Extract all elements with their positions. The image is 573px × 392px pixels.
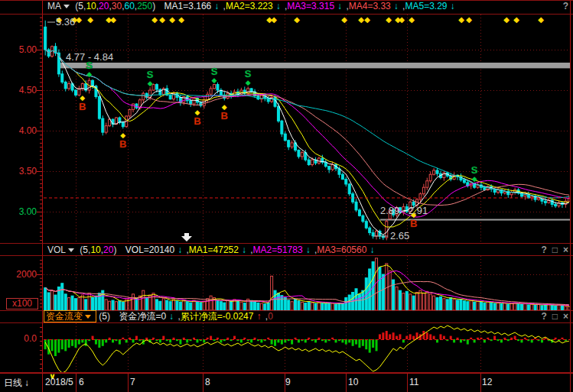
sell-signal-label: S: [471, 164, 478, 176]
dropdown-caret-icon: [63, 5, 70, 8]
event-diamond-icon: ◆: [538, 15, 544, 24]
event-diamond-icon: ◆: [409, 15, 415, 24]
sell-diamond-icon: ◆: [246, 79, 251, 86]
stock-chart-app: ◆B◆B◆B◆B◆BS◆S◆S◆S◆S◆◆◆◆◆◆◆◆◆◆◆◆◆◆◆◆◆◆◆◆◆…: [0, 0, 573, 392]
price-annotation: 2.65: [390, 230, 409, 241]
ma-indicator-dropdown[interactable]: MA: [47, 1, 73, 11]
sell-signal-label: S: [147, 69, 154, 80]
event-diamond-icon: ◆: [503, 15, 510, 24]
vol-params: (5,10,20): [80, 245, 116, 255]
month-label: 9: [285, 377, 291, 387]
main-indicator-header: MA (5,10,20,30,60,250) MA1=3.166↓ ,MA2=3…: [0, 1, 573, 12]
sell-diamond-icon: ◆: [86, 70, 92, 78]
moneyflow-window-buttons: ?□×: [536, 311, 568, 322]
candlesticks: [44, 21, 571, 241]
event-diamond-icon: ◆: [294, 15, 300, 24]
moneyflow-values: 资金净流=0↓ ,累计净流=-0.0247↑ ,0: [119, 311, 272, 322]
sell-diamond-icon: ◆: [472, 175, 477, 183]
scroll-position-icon: [181, 233, 192, 241]
event-diamond-icon: ◆: [169, 15, 175, 24]
sell-diamond-icon: ◆: [148, 79, 153, 87]
buy-signal-label: B: [119, 138, 126, 150]
sell-diamond-icon: ◆: [212, 76, 217, 84]
event-diamond-icon: ◆: [87, 15, 93, 24]
gap-zones: [60, 63, 571, 221]
price-label: 4.00: [6, 125, 37, 136]
event-diamond-icon: ◆: [271, 15, 277, 24]
help-button[interactable]: ?: [541, 311, 546, 322]
event-diamond-icon: ◆: [178, 15, 184, 24]
month-separator: [407, 374, 408, 392]
event-markers[interactable]: ◆◆◆◆◆◆◆◆◆◆◆◆◆◆◆◆◆◆◆◆◆◆◆◆◆: [56, 15, 544, 24]
month-separator: [346, 374, 347, 392]
close-button[interactable]: ×: [563, 311, 568, 322]
month-label: 12: [482, 377, 492, 387]
price-label: 4.50: [6, 85, 37, 96]
month-separator: [42, 374, 43, 392]
month-label: 10: [348, 377, 358, 387]
month-label: 2018/5: [45, 377, 73, 387]
vol-ma-line-5: [45, 265, 569, 306]
ma-indicator-label: MA: [47, 1, 61, 11]
month-separator: [203, 374, 203, 392]
month-label: 8: [205, 377, 210, 387]
gap-annotation: 4.77 - 4.84: [66, 51, 113, 63]
close-button[interactable]: ×: [563, 245, 568, 255]
moneyflow-indicator-label: 资金流变: [46, 311, 83, 322]
vol-ma-line-10: [45, 271, 569, 306]
flow-zero-label: 0.0: [6, 333, 37, 344]
vol-window-buttons: ?□×: [536, 245, 568, 256]
volume-scale-label: 2000: [6, 269, 37, 280]
event-diamond-icon: ◆: [458, 15, 464, 24]
help-button[interactable]: ?: [563, 1, 568, 11]
volume-unit-label: x100: [6, 298, 38, 309]
month-separator: [76, 374, 77, 392]
buy-signal-label: B: [410, 218, 417, 229]
moneyflow-indicator-header: 资金流变 (5) 资金净流=0↓ ,累计净流=-0.0247↑ ,0 ?□×: [0, 311, 573, 322]
event-diamond-icon: ◆: [386, 15, 392, 24]
month-separator: [128, 374, 129, 392]
event-diamond-icon: ◆: [110, 15, 116, 24]
vol-indicator-dropdown[interactable]: VOL: [47, 245, 77, 255]
month-separator: [480, 374, 481, 392]
event-diamond-icon: ◆: [76, 15, 82, 24]
time-axis: 日线↓ ∨ 2018/56789101112: [0, 373, 573, 392]
event-diamond-icon: ◆: [466, 15, 472, 24]
event-diamond-icon: ◆: [151, 15, 158, 24]
buy-signal-label: B: [194, 115, 200, 127]
buy-signal-label: B: [221, 110, 228, 121]
price-label: 3.50: [6, 166, 37, 177]
period-selector[interactable]: 日线↓: [4, 377, 29, 390]
moneyflow-params: (5): [99, 311, 110, 322]
moneyflow-bars: [44, 326, 570, 373]
vol-indicator-label: VOL: [47, 245, 66, 255]
chart-canvas[interactable]: ◆B◆B◆B◆B◆BS◆S◆S◆S◆S◆◆◆◆◆◆◆◆◆◆◆◆◆◆◆◆◆◆◆◆◆…: [0, 0, 573, 392]
maximize-button[interactable]: □: [552, 245, 558, 255]
price-label: 5.00: [6, 44, 37, 55]
help-button[interactable]: ?: [541, 245, 546, 255]
cumulative-flow-line: [45, 326, 569, 373]
sell-signal-label: S: [211, 66, 218, 77]
event-diamond-icon: ◆: [364, 15, 370, 24]
ma-params: (5,10,20,30,60,250): [75, 1, 155, 11]
month-separator: [570, 374, 571, 392]
dropdown-caret-icon: [68, 248, 74, 252]
moneyflow-indicator-dropdown[interactable]: 资金流变: [44, 310, 96, 322]
month-label: 11: [409, 377, 418, 387]
dropdown-caret-icon: [85, 315, 91, 319]
maximize-button[interactable]: □: [552, 311, 558, 322]
event-diamond-icon: ◆: [399, 15, 405, 24]
month-label: 6: [79, 377, 84, 387]
price-annotation: 5.36: [56, 16, 75, 28]
buy-signal-label: B: [79, 101, 86, 112]
price-annotations: 5.362.654.77 - 4.842.89 - 2.91: [47, 16, 428, 241]
event-diamond-icon: ◆: [513, 15, 519, 24]
vol-values: VOL=20140↓ ,MA1=47252↓ ,MA2=51783↓ ,MA3=…: [125, 245, 376, 255]
event-diamond-icon: ◆: [358, 15, 364, 24]
event-diamond-icon: ◆: [159, 15, 165, 24]
main-window-buttons: ?: [558, 1, 568, 12]
ma-line-30: [45, 50, 569, 206]
gap-annotation: 2.89 - 2.91: [380, 205, 428, 216]
volume-bars: [44, 258, 571, 310]
month-label: 7: [130, 377, 135, 387]
